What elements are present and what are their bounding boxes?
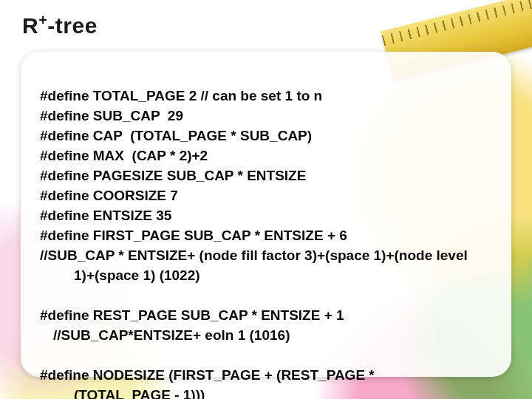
code-line: //SUB_CAP * ENTSIZE+ (node fill factor 3…	[40, 248, 468, 263]
code-line: //SUB_CAP*ENTSIZE+ eoln 1 (1016)	[40, 326, 492, 346]
content-card: #define TOTAL_PAGE 2 // can be set 1 to …	[21, 52, 511, 377]
title-text-suffix: -tree	[47, 13, 98, 38]
code-line: #define SUB_CAP 29	[40, 108, 183, 123]
title-text-prefix: R	[22, 13, 38, 38]
title-superscript: +	[38, 12, 47, 28]
code-line: #define MAX (CAP * 2)+2	[40, 148, 208, 163]
code-line-cont: 1)+(space 1) (1022)	[40, 266, 492, 286]
code-line: #define CAP (TOTAL_PAGE * SUB_CAP)	[40, 128, 312, 143]
code-line: #define COORSIZE 7	[40, 188, 178, 203]
code-block: #define TOTAL_PAGE 2 // can be set 1 to …	[40, 66, 492, 399]
code-line: #define REST_PAGE SUB_CAP * ENTSIZE + 1	[40, 307, 344, 323]
code-line: #define ENTSIZE 35	[40, 208, 171, 223]
code-line: #define FIRST_PAGE SUB_CAP * ENTSIZE + 6	[40, 228, 347, 243]
code-line-cont: (TOTAL_PAGE - 1)))	[40, 386, 492, 400]
code-line: #define TOTAL_PAGE 2 // can be set 1 to …	[40, 88, 322, 103]
code-line: #define PAGESIZE SUB_CAP * ENTSIZE	[40, 168, 306, 183]
slide-title: R+-tree	[22, 13, 98, 38]
code-line: #define NODESIZE (FIRST_PAGE + (REST_PAG…	[40, 367, 375, 383]
